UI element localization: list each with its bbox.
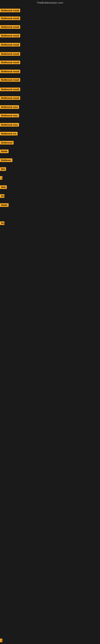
bottleneck-badge-6[interactable]: Bottleneck result <box>0 52 20 56</box>
bottleneck-badge-8[interactable]: Bottleneck result <box>0 70 20 73</box>
bottleneck-badge-3[interactable]: Bottleneck result <box>0 25 20 29</box>
bottleneck-badge-row-13: Bottleneck resu <box>0 114 19 118</box>
bottleneck-badge-25[interactable]: Bo <box>0 222 4 225</box>
bottleneck-badge-23[interactable]: Bottle <box>0 203 9 207</box>
bottleneck-badge-21[interactable]: Bott <box>0 185 7 189</box>
bottleneck-badge-row-5: Bottleneck result <box>0 43 20 47</box>
bottleneck-badge-row-25: Bo <box>0 222 4 226</box>
bottleneck-badge-13[interactable]: Bottleneck resu <box>0 114 19 117</box>
bottleneck-badge-row-22: Bo <box>0 194 4 199</box>
bottleneck-badge-row-6: Bottleneck result <box>0 52 20 56</box>
bottleneck-badge-row-26: | <box>0 638 2 643</box>
bottleneck-badge-row-3: Bottleneck result <box>0 25 20 30</box>
bottleneck-badge-row-18: Bottlenec <box>0 158 12 163</box>
bottleneck-badge-17[interactable]: Bottle <box>0 150 9 153</box>
bottleneck-badge-16[interactable]: Bottleneck <box>0 141 14 144</box>
bottleneck-badge-row-11: Bottleneck result <box>0 96 20 100</box>
bottleneck-badge-row-2: Bottleneck result <box>0 16 20 21</box>
bottleneck-badge-5[interactable]: Bottleneck result <box>0 43 20 46</box>
bottleneck-badge-row-17: Bottle <box>0 150 9 154</box>
bottleneck-badge-row-15: Bottleneck res <box>0 132 18 136</box>
bottleneck-badge-10[interactable]: Bottleneck result <box>0 88 20 91</box>
bottleneck-badge-row-10: Bottleneck result <box>0 88 20 92</box>
bottleneck-badge-26[interactable]: | <box>0 638 2 642</box>
bottleneck-badge-row-16: Bottleneck <box>0 141 14 145</box>
bottleneck-badge-18[interactable]: Bottlenec <box>0 158 12 162</box>
bottleneck-badge-11[interactable]: Bottleneck result <box>0 96 20 100</box>
bottleneck-badge-row-8: Bottleneck result <box>0 70 20 74</box>
bottleneck-badge-22[interactable]: Bo <box>0 194 4 198</box>
bottleneck-badge-14[interactable]: Bottleneck resu <box>0 123 19 126</box>
bottleneck-badge-4[interactable]: Bottleneck result <box>0 34 20 38</box>
bottleneck-badge-row-14: Bottleneck resu <box>0 123 19 128</box>
bottleneck-badge-row-23: Bottle <box>0 203 9 208</box>
bottleneck-badge-row-1: Bottleneck result <box>0 9 20 13</box>
bottleneck-badge-20[interactable]: | <box>0 176 2 180</box>
bottleneck-badge-7[interactable]: Bottleneck result <box>0 60 20 64</box>
bottleneck-badge-row-21: Bott <box>0 185 7 190</box>
bottleneck-badge-row-9: Bottleneck result <box>0 78 20 82</box>
bottleneck-badge-row-20: | <box>0 176 2 180</box>
bottleneck-badge-row-19: Bot <box>0 167 6 172</box>
bottleneck-badge-row-4: Bottleneck result <box>0 34 20 38</box>
bottleneck-badge-12[interactable]: Bottleneck resu <box>0 105 19 109</box>
bottleneck-badge-15[interactable]: Bottleneck res <box>0 132 18 136</box>
bottleneck-badge-19[interactable]: Bot <box>0 167 6 171</box>
bottleneck-badge-row-12: Bottleneck resu <box>0 105 19 110</box>
bottleneck-badge-row-7: Bottleneck result <box>0 60 20 65</box>
bottleneck-badge-1[interactable]: Bottleneck result <box>0 9 20 12</box>
bottleneck-badge-9[interactable]: Bottleneck result <box>0 78 20 82</box>
bottleneck-badge-2[interactable]: Bottleneck result <box>0 16 20 20</box>
site-title: TheBottlenecker.com <box>0 0 100 5</box>
